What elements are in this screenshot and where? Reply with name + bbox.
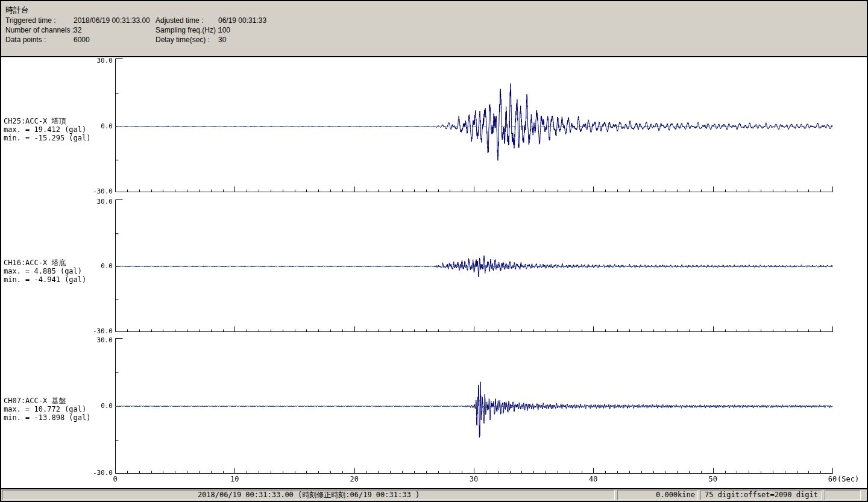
header-row-3: Data points : 6000 Delay time(sec) : 30 (5, 36, 226, 45)
sampling-freq-label: Sampling freq.(Hz) : (156, 26, 218, 35)
adjusted-time-label: Adjusted time : (156, 16, 218, 25)
status-bar: 2018/06/19 00:31:33.00 (時刻修正時刻:06/19 00:… (1, 489, 867, 501)
y-tick-bottom-1: -30.0 (1, 188, 113, 195)
plot-area: CH25:ACC-X 塔頂max. = 19.412 (gal)min. = -… (1, 56, 867, 489)
x-tick-50: 50 (708, 475, 717, 483)
y-tick-top-1: 30.0 (1, 57, 113, 64)
app-window: 時計台 Triggered time : 2018/06/19 00:31:33… (0, 0, 868, 502)
status-kine-value: 0.000kine (617, 490, 698, 500)
y-tick-zero-2: 0.0 (1, 263, 113, 270)
x-tick-40: 40 (589, 475, 597, 483)
channel-min: min. = -13.898 (gal) (4, 413, 91, 422)
triggered-time-label: Triggered time : (5, 16, 74, 25)
delay-time-label: Delay time(sec) : (156, 36, 218, 45)
y-tick-top-2: 30.0 (1, 198, 113, 206)
adjusted-time-value: 06/19 00:31:33 (218, 16, 266, 25)
x-tick-60: 60 (828, 475, 837, 483)
data-points-value: 6000 (74, 36, 156, 45)
status-datetime: 2018/06/19 00:31:33.00 (時刻修正時刻:06/19 00:… (2, 490, 615, 500)
y-tick-zero-1: 0.0 (1, 123, 113, 130)
triggered-time-value: 2018/06/19 00:31:33.00 (74, 16, 156, 25)
x-tick-20: 20 (350, 475, 358, 483)
sampling-freq-value: 100 (218, 26, 230, 35)
app-title: 時計台 (5, 5, 29, 16)
status-empty-cell (825, 490, 861, 500)
y-tick-zero-3: 0.0 (1, 403, 113, 410)
header-row-2: Number of channels : 32 Sampling freq.(H… (5, 26, 230, 35)
delay-time-value: 30 (218, 36, 226, 45)
x-tick-30: 30 (470, 475, 478, 483)
channel-count-value: 32 (74, 26, 156, 35)
channel-count-label: Number of channels : (5, 26, 74, 35)
x-axis-unit: (Sec) (837, 475, 859, 483)
x-tick-0: 0 (113, 475, 117, 483)
header: 時計台 Triggered time : 2018/06/19 00:31:33… (1, 1, 867, 56)
channel-min: min. = -15.295 (gal) (4, 134, 91, 142)
data-points-label: Data points : (5, 36, 74, 45)
x-tick-10: 10 (230, 475, 239, 483)
waveform-canvas (1, 57, 864, 488)
header-row-1: Triggered time : 2018/06/19 00:31:33.00 … (5, 16, 266, 25)
channel-min: min. = -4.941 (gal) (4, 275, 86, 284)
status-digit-info: 75 digit:offset=2090 digit (700, 490, 822, 500)
y-tick-bottom-2: -30.0 (1, 328, 113, 335)
y-tick-bottom-3: -30.0 (1, 469, 113, 477)
y-tick-top-3: 30.0 (1, 337, 113, 344)
